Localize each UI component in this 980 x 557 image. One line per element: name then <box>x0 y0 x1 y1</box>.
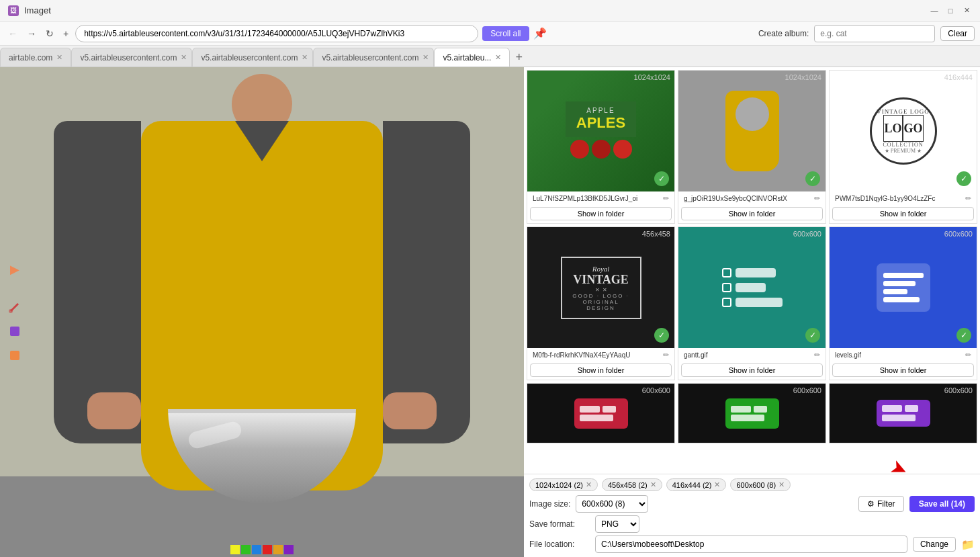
grid-image-9: 600x600 <box>830 384 977 443</box>
grid-image-3: VINTAGE LOGO LO GO COLLECTION ★ PREMIUM … <box>830 71 977 191</box>
apple-title: APLES <box>576 114 625 132</box>
filter-button[interactable]: ⚙ Filter <box>858 496 904 512</box>
main-layout: ▶ <box>0 67 980 557</box>
gantt-row-2 <box>722 283 783 292</box>
size-tag-1024-remove[interactable]: ✕ <box>586 480 592 489</box>
tab-v5-4[interactable]: v5.airtableu... ✕ <box>434 48 510 67</box>
swatch-purple[interactable] <box>284 545 294 554</box>
vintage-main: VINTAGE <box>569 273 633 287</box>
size-tag-416-remove[interactable]: ✕ <box>714 480 720 489</box>
play-tool[interactable]: ▶ <box>5 260 24 279</box>
show-folder-btn-2[interactable]: Show in folder <box>681 207 823 220</box>
pin-button[interactable]: 📌 <box>533 27 547 40</box>
tab-close-v5-2[interactable]: ✕ <box>302 53 308 62</box>
edit-1[interactable]: ✏ <box>663 194 669 203</box>
show-folder-btn-1[interactable]: Show in folder <box>530 207 672 220</box>
filter-icon: ⚙ <box>867 499 875 509</box>
tab-v5-3[interactable]: v5.airtableusercontent.com ✕ <box>313 48 434 67</box>
grid-item-8[interactable]: 600x600 <box>678 383 826 443</box>
edit-3[interactable]: ✏ <box>965 194 971 203</box>
grid-item-9[interactable]: 600x600 <box>829 383 977 443</box>
apple-image: APPLE APLES <box>527 71 674 191</box>
size-tag-1024[interactable]: 1024x1024 (2) ✕ <box>529 478 598 491</box>
swatch-red[interactable] <box>263 545 272 554</box>
size-tag-600[interactable]: 600x600 (8) ✕ <box>730 478 791 491</box>
tab-v5-2[interactable]: v5.airtableusercontent.com ✕ <box>192 48 313 67</box>
check-6: ✓ <box>956 328 971 343</box>
change-button[interactable]: Change <box>913 537 956 552</box>
close-button[interactable]: ✕ <box>961 5 972 16</box>
logo-collection-text: COLLECTION <box>883 142 923 148</box>
swatch-green[interactable] <box>241 545 251 554</box>
create-album-input[interactable] <box>814 25 935 42</box>
swatch-yellow[interactable] <box>230 545 240 554</box>
vintage-image: Royal VINTAGE ✕✕ GOOD · LOGO · ORIGINAL … <box>527 227 674 348</box>
filename-5: gantt.gif <box>684 351 811 359</box>
dashg-block-3 <box>731 415 764 421</box>
grid-image-5: 600x600 ✓ <box>678 227 826 348</box>
app-icon: 🖼 <box>8 5 19 16</box>
tab-airtable[interactable]: airtable.com ✕ <box>0 48 71 67</box>
show-folder-btn-6[interactable]: Show in folder <box>832 363 974 377</box>
grid-item-7[interactable]: 600x600 <box>527 383 675 443</box>
apple-circles <box>568 137 635 161</box>
address-input[interactable] <box>75 25 478 42</box>
grid-info-5: gantt.gif ✏ <box>678 348 826 362</box>
minimize-button[interactable]: — <box>929 5 940 16</box>
save-format-select[interactable]: PNG JPG WEBP BMP <box>595 515 639 533</box>
size-tag-416[interactable]: 416x444 (2) ✕ <box>666 478 727 491</box>
tab-close-v5-4[interactable]: ✕ <box>495 53 501 62</box>
grid-item-1[interactable]: APPLE APLES 1024x1024 ✓ LuL7NfSZPMLp13Bf… <box>527 70 675 224</box>
new-tab-add-button[interactable]: + <box>510 48 528 67</box>
shape-tool[interactable] <box>5 346 24 365</box>
save-all-button[interactable]: Save all (14) <box>909 496 975 512</box>
edit-2[interactable]: ✏ <box>814 194 820 203</box>
dims-1: 1024x1024 <box>634 73 670 81</box>
new-tab-button[interactable]: + <box>60 27 71 40</box>
grid-item-3[interactable]: VINTAGE LOGO LO GO COLLECTION ★ PREMIUM … <box>829 70 977 224</box>
size-tag-456[interactable]: 456x458 (2) ✕ <box>602 478 662 491</box>
grid-item-2[interactable]: 1024x1024 ✓ g_jpOiR19UxSe9ybcQCINVORstX … <box>678 70 826 224</box>
show-folder-btn-3[interactable]: Show in folder <box>832 207 974 220</box>
back-button[interactable]: ← <box>5 27 20 40</box>
grid-item-5[interactable]: 600x600 ✓ gantt.gif ✏ Show in folder <box>678 226 826 380</box>
tab-close-v5-3[interactable]: ✕ <box>422 53 429 62</box>
filename-3: PWM7tsD1NqylG-b1yy9O4LzZFc <box>835 195 963 202</box>
image-size-select[interactable]: 600x600 (8) 1024x1024 (2) 456x458 (2) 41… <box>576 495 648 513</box>
right-hand <box>383 392 437 429</box>
file-location-input[interactable] <box>595 535 907 553</box>
gantt-icon-3 <box>722 298 731 307</box>
maximize-button[interactable]: □ <box>945 5 956 16</box>
forward-button[interactable]: → <box>24 27 39 40</box>
swatch-blue[interactable] <box>252 545 261 554</box>
check-4: ✓ <box>654 328 669 343</box>
size-tag-456-remove[interactable]: ✕ <box>650 480 656 489</box>
clear-button[interactable]: Clear <box>940 26 975 41</box>
grid-item-6[interactable]: 600x600 ✓ levels.gif ✏ Show in folder <box>829 226 977 380</box>
edit-6[interactable]: ✏ <box>965 351 971 359</box>
tab-v5-1[interactable]: v5.airtableusercontent.com ✕ <box>71 48 192 67</box>
grid-item-4[interactable]: Royal VINTAGE ✕✕ GOOD · LOGO · ORIGINAL … <box>527 226 675 380</box>
show-folder-btn-5[interactable]: Show in folder <box>681 363 823 377</box>
side-toolbar: ▶ <box>5 260 24 365</box>
refresh-button[interactable]: ↻ <box>43 27 56 40</box>
filter-bar: 1024x1024 (2) ✕ 456x458 (2) ✕ 416x444 (2… <box>524 474 980 557</box>
show-folder-btn-4[interactable]: Show in folder <box>530 363 672 377</box>
logo-cell-g: GO <box>903 115 923 142</box>
tab-close-v5-1[interactable]: ✕ <box>181 53 187 62</box>
swatch-orange[interactable] <box>273 545 283 554</box>
brush-tool[interactable] <box>5 298 24 316</box>
edit-5[interactable]: ✏ <box>814 351 820 359</box>
cooking-bowl-mini <box>736 97 769 131</box>
color-tool[interactable] <box>5 322 24 341</box>
folder-icon-button[interactable]: 📁 <box>961 538 975 551</box>
tab-close-airtable[interactable]: ✕ <box>56 53 62 62</box>
dash-block-1 <box>580 406 600 413</box>
vintage-logo-circle: VINTAGE LOGO LO GO COLLECTION ★ PREMIUM … <box>870 97 937 165</box>
size-tag-600-remove[interactable]: ✕ <box>778 480 785 489</box>
apple-circle-1 <box>570 140 589 159</box>
scroll-all-button[interactable]: Scroll all <box>482 26 529 41</box>
edit-4[interactable]: ✏ <box>663 351 669 359</box>
dash-purple-card <box>877 400 930 427</box>
grid-image-2: 1024x1024 ✓ <box>678 71 826 191</box>
